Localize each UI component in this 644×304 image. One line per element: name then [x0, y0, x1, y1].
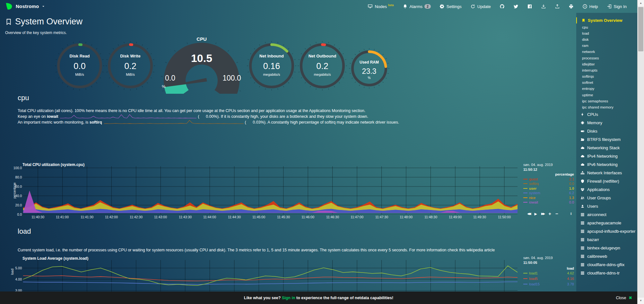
sidebar-subitem-processes[interactable]: processes — [576, 55, 637, 61]
close-label[interactable]: Close — [616, 296, 626, 300]
nav-export[interactable] — [541, 4, 546, 9]
sidebar-item-firewall-netfilter-[interactable]: Firewall (netfilter) — [576, 177, 637, 186]
softirq-sparkline-chart[interactable] — [104, 120, 244, 124]
facebook-icon — [527, 4, 532, 9]
sidebar-item-applications[interactable]: Applications — [576, 186, 637, 194]
x-tick: 11:47:00 — [351, 215, 363, 219]
sidebar-item-users[interactable]: Users — [576, 202, 637, 211]
nav-alarms[interactable]: Alarms2 — [403, 4, 431, 9]
cpu-gauge-value: 10.5 — [157, 52, 247, 65]
legend-system[interactable]: system 6.2 — [523, 191, 574, 195]
sidebar-subitem-softirqs[interactable]: softirqs — [576, 74, 637, 80]
sidebar-item-user-groups[interactable]: User Groups — [576, 194, 637, 202]
nav-github[interactable] — [500, 4, 505, 9]
sidebar-item-network-interfaces[interactable]: Network Interfaces — [576, 169, 637, 177]
brand[interactable]: Nostromo — [4, 2, 45, 11]
system-load-chart[interactable] — [23, 260, 518, 291]
net-outbound-gauge-chart[interactable]: Net Outbound0.2megabits/s — [297, 40, 348, 91]
nav-update[interactable]: Update — [470, 4, 491, 9]
iowait-sparkline-chart[interactable] — [60, 114, 196, 118]
nav-alarms-label: Alarms — [410, 4, 422, 9]
nav-import[interactable] — [555, 4, 560, 9]
used-ram-gauge-chart[interactable]: Used RAM23.3% — [344, 43, 395, 94]
sidebar-item-networking-stack[interactable]: Networking Stack — [576, 144, 637, 152]
sidebar-subitem-ipc-semaphores[interactable]: ipc semaphores — [576, 98, 637, 104]
grid-icon — [580, 213, 585, 217]
legend-nice[interactable]: nice 1.3 — [523, 196, 574, 200]
resize-handle[interactable]: ▲▼ — [570, 212, 572, 215]
legend-load5[interactable]: load5 4.16 — [523, 277, 574, 281]
sidebar-item-ipv6-networking[interactable]: IPv6 Networking — [576, 161, 637, 169]
legend-iowait[interactable]: iowait 0.0 — [523, 200, 574, 204]
disk-write-gauge-chart[interactable]: Disk Write0.2MiB/s — [105, 40, 156, 91]
legend-load15[interactable]: load15 3.78 — [523, 282, 574, 286]
scroll-up-arrow-icon[interactable]: ▲ — [638, 0, 644, 6]
scrollbar-thumb[interactable] — [638, 7, 643, 51]
sidebar-subitem-load[interactable]: load — [576, 30, 637, 36]
sidebar-item-airconnect[interactable]: airconnect — [576, 211, 637, 219]
sidebar-item-cloudflare-ddns-gflix[interactable]: cloudflare-ddns-gflix — [576, 261, 637, 269]
scroll-down-arrow-icon[interactable]: ▼ — [638, 298, 644, 304]
sidebar-item-binhex-delugevpn[interactable]: binhex-delugevpn — [576, 244, 637, 252]
zoom-out-button[interactable]: − — [555, 212, 558, 215]
sidebar-item-apacheguacamole[interactable]: apacheguacamole — [576, 219, 637, 227]
sign-in-link[interactable]: Sign in — [282, 296, 295, 300]
legend-load1[interactable]: load1 4.62 — [523, 271, 574, 275]
nav-nodes[interactable]: Nodesbeta — [368, 4, 394, 9]
sidebar-item-bazarr[interactable]: bazarr — [576, 236, 637, 244]
nav-print[interactable] — [569, 4, 574, 9]
skip-back-button[interactable]: ◀◀ — [527, 212, 530, 215]
sidebar-item-apcupsd-influxdb-exporter[interactable]: apcupsd-influxdb-exporter — [576, 227, 637, 236]
sidebar-item-disks[interactable]: Disks — [576, 127, 637, 135]
sidebar-item-btrfs-filesystem[interactable]: BTRFS filesystem — [576, 135, 637, 144]
cpu-gauge-chart[interactable]: CPU 10.5 0.0 100.0 % — [157, 35, 247, 94]
print-icon — [569, 4, 574, 9]
disk-read-gauge-chart[interactable]: Disk Read0.0MiB/s — [54, 40, 105, 91]
sidebar-item-memory[interactable]: Memory — [576, 119, 637, 127]
sidebar-subitem-ram[interactable]: ram — [576, 43, 637, 49]
legend-name: user — [529, 187, 536, 190]
legend-softirq[interactable]: softirq 0.0 — [523, 182, 574, 186]
legend-name: load5 — [529, 277, 538, 281]
sidebar-label: BTRFS filesystem — [587, 137, 621, 142]
sidebar-item-cpus[interactable]: CPUs — [576, 110, 637, 119]
play-button[interactable]: ▶ — [534, 212, 537, 215]
close-icon[interactable]: ✖ — [629, 295, 632, 300]
cpu-utilization-chart[interactable] — [23, 166, 518, 214]
nav-signin[interactable]: Sign In — [607, 4, 627, 9]
sidebar-subitem-entropy[interactable]: entropy — [576, 86, 637, 92]
promo-text-prefix: Like what you see? — [244, 296, 282, 300]
used-ram-value: 23.3 — [344, 67, 395, 76]
sidebar-item-cloudflare-ddns-tr[interactable]: cloudflare-ddns-tr — [576, 269, 637, 277]
x-tick: 11:45:00 — [252, 215, 265, 219]
bookmark-icon — [581, 18, 586, 22]
legend-guest[interactable]: guest 2.1 — [523, 177, 574, 181]
legend-user[interactable]: user 1.0 — [523, 187, 574, 190]
sidebar-label: airconnect — [587, 212, 606, 217]
sidebar-subitem-interrupts[interactable]: interrupts — [576, 67, 637, 73]
legend-units-header: load — [523, 266, 574, 270]
nav-facebook[interactable] — [527, 4, 532, 9]
beta-tag: beta — [388, 4, 394, 7]
nav-twitter[interactable] — [513, 4, 518, 9]
sidebar-item-calibreweb[interactable]: calibreweb — [576, 252, 637, 261]
sidebar-item-system-overview[interactable]: System Overview — [576, 17, 637, 24]
iowait-text-suffix: ). If it is constantly high, your disks … — [217, 114, 368, 119]
sidebar-subitem-network[interactable]: network — [576, 49, 637, 55]
nav-help[interactable]: ?Help — [582, 4, 598, 9]
net-inbound-gauge-chart[interactable]: Net Inbound0.16megabits/s — [246, 40, 297, 91]
scrollbar[interactable]: ▲ ▼ — [637, 0, 644, 304]
nav-settings[interactable]: Settings — [439, 4, 462, 9]
skip-forward-button[interactable]: ▶▶ — [541, 212, 544, 215]
sidebar-subitem-idlejitter[interactable]: idlejitter — [576, 61, 637, 67]
sidebar-subitem-softnet[interactable]: softnet — [576, 80, 637, 86]
zoom-in-button[interactable]: + — [548, 212, 551, 215]
sidebar-label: binhex-delugevpn — [587, 246, 620, 251]
y-tick: 60.0 — [9, 185, 22, 188]
sidebar-subitem-disk[interactable]: disk — [576, 36, 637, 42]
sidebar-subitem-uptime[interactable]: uptime — [576, 92, 637, 98]
sidebar-subitem-ipc-shared-memory[interactable]: ipc shared memory — [576, 104, 637, 110]
sidebar-item-ipv4-networking[interactable]: IPv4 Networking — [576, 152, 637, 161]
sidebar-subitem-cpu[interactable]: cpu — [576, 24, 637, 30]
chart-ylabel: load — [11, 253, 14, 291]
